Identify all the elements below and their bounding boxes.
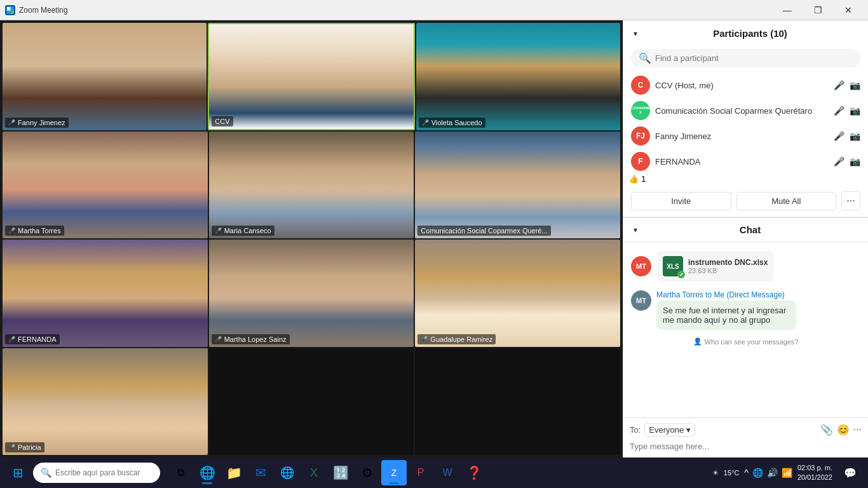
mic-muted-icon: 🎤 [8,336,15,342]
participant-search-bar[interactable]: 🔍 [631,49,860,67]
zoom-icon[interactable]: Z [381,460,407,485]
video-cell-fanny[interactable]: 🎤 Fanny Jimenez [3,23,207,130]
participant-controls-ccv: 🎤 📷 [834,80,860,90]
file-check-icon: ✓ [677,271,685,278]
maximize-button[interactable]: ❐ [803,0,832,20]
mic-muted-icon: 🎤 [215,227,222,234]
more-options-button[interactable]: ··· [841,191,860,210]
video-cell-fernanda[interactable]: 🎤 FERNANDA [3,240,208,347]
taskbar-search-box[interactable]: 🔍 [33,463,160,483]
video-cell-empty-1 [209,348,414,456]
expand-icon[interactable]: ^ [744,468,749,478]
video-cell-comunicacion[interactable]: Comunicación Social Coparmex Queré... [415,132,620,239]
thumbs-up-badge: 👍 1 [623,174,868,187]
participant-avatar-fanny: FJ [631,126,650,146]
camera-on-icon: 📷 [850,105,860,116]
chat-to-selector[interactable]: Everyone ▾ [644,423,695,437]
file-name: instrumento DNC.xlsx [688,258,768,267]
word-icon[interactable]: W [435,460,460,485]
participant-label-violeta: 🎤 Violeta Saucedo [419,118,485,128]
participants-header: ▾ Participants (10) [623,20,868,46]
edge-icon[interactable]: 🌐 [194,460,220,485]
participants-section: ▾ Participants (10) 🔍 C CCV (Host, me) 🎤… [623,20,868,217]
taskbar-search-input[interactable] [55,468,144,477]
dm-sender-line: Martha Torres to Me (Direct Message) [656,290,860,299]
notification-center-button[interactable]: 💬 [837,460,863,485]
video-cell-guadalupe[interactable]: 🎤 Guadalupe Ramirez [415,240,620,347]
video-cell-mlopez[interactable]: 🎤 Martha Lopez Sainz [209,240,414,347]
participant-controls-fernanda: 🎤 📷 [834,156,860,166]
chat-input[interactable] [630,440,862,452]
video-cell-maria[interactable]: 🎤 Maria Canseco [209,132,414,239]
mute-all-button[interactable]: Mute All [736,192,837,210]
close-button[interactable]: ✕ [834,0,863,20]
chat-section: ▾ Chat MT XLS ✓ instrumento DNC. [623,217,868,458]
search-icon: 🔍 [639,52,651,64]
mic-muted-icon: 🎤 [215,336,222,342]
taskbar-apps: ⧉ 🌐 📁 ✉ 🌐 X 🔢 ⚙ Z P W ❓ [168,460,487,485]
participant-name-coparmex: Comunicación Social Coparmex Querétaro [655,106,829,116]
mic-muted-icon: 🎤 [422,119,429,126]
taskbar: ⊞ 🔍 ⧉ 🌐 📁 ✉ 🌐 X 🔢 ⚙ Z P W ❓ ☀ 15°C ^ 🌐 🔊… [0,458,868,488]
excel-icon[interactable]: X [301,460,327,485]
participant-action-buttons: Invite Mute All ··· [623,187,868,217]
chat-chevron-icon[interactable]: ▾ [634,226,637,234]
participant-label-guadalupe: 🎤 Guadalupe Ramirez [417,334,496,344]
chrome-icon[interactable]: 🌐 [275,460,300,485]
windows-logo-icon: ⊞ [13,465,24,480]
invite-button[interactable]: Invite [631,192,731,210]
more-options-icon[interactable]: ··· [853,424,862,436]
mic-muted-icon: 🎤 [834,156,844,166]
calculator-icon[interactable]: 🔢 [328,460,353,485]
participant-name-fernanda: FERNANDA [655,157,829,166]
help-icon[interactable]: ❓ [461,460,487,485]
participant-item-fernanda[interactable]: F FERNANDA 🎤 📷 [626,149,865,174]
participant-item-ccv[interactable]: C CCV (Host, me) 🎤 📷 [626,72,865,98]
participant-item-fanny[interactable]: FJ Fanny Jimenez 🎤 📷 [626,123,865,149]
file-size: 23.63 KB [688,267,768,274]
participant-name-fanny: Fanny Jimenez [655,132,829,141]
file-info[interactable]: XLS ✓ instrumento DNC.xlsx 23.63 KB [656,251,774,281]
participant-search-input[interactable] [655,53,853,63]
powerpoint-icon[interactable]: P [408,460,433,485]
video-cell-martha[interactable]: 🎤 Martha Torres [3,132,208,239]
video-row-2: 🎤 Martha Torres 🎤 Maria Canseco Comunica… [3,132,620,239]
mic-on-icon: 🎤 [834,105,844,116]
chevron-down-icon[interactable]: ▾ [634,29,637,38]
network-icon[interactable]: 🌐 [752,468,763,478]
participant-avatar-coparmex: COPARME X [631,101,650,120]
excel-file-icon: XLS ✓ [663,256,683,276]
participant-item-coparmex[interactable]: COPARME X Comunicación Social Coparmex Q… [626,98,865,123]
weather-icon: ☀ [712,469,719,477]
video-cell-patricia[interactable]: 🎤 Patricia [3,348,208,456]
minimize-button[interactable]: — [773,0,802,20]
video-cell-ccv[interactable]: CCV [208,23,414,130]
file-attachment-icon[interactable]: 📎 [820,424,833,436]
thumbs-up-icon: 👍 [628,174,639,184]
volume-icon[interactable]: 🔊 [767,468,778,478]
chat-dm-message: MT Martha Torres to Me (Direct Message) … [631,290,860,330]
mail-icon[interactable]: ✉ [248,460,273,485]
participant-label-martha: 🎤 Martha Torres [5,226,64,236]
file-details: instrumento DNC.xlsx 23.63 KB [688,258,768,274]
participant-controls-coparmex: 🎤 📷 [834,105,860,116]
video-row-1: 🎤 Fanny Jimenez CCV 🎤 Violeta Saucedo [3,23,620,130]
clock-display[interactable]: 02:03 p. m. 20/01/2022 [797,463,832,483]
video-cell-violeta[interactable]: 🎤 Violeta Saucedo [416,23,620,130]
title-bar-left: Zoom Meeting [5,5,68,15]
participant-label-mlopez: 🎤 Martha Lopez Sainz [212,334,290,344]
main-container: 🎤 Fanny Jimenez CCV 🎤 Violeta Saucedo [0,20,868,458]
participant-label-comunicacion: Comunicación Social Coparmex Queré... [417,226,550,236]
participant-label-fanny: 🎤 Fanny Jimenez [5,118,69,128]
wifi-icon[interactable]: 📶 [782,468,792,478]
settings-icon[interactable]: ⚙ [355,460,380,485]
files-icon[interactable]: 📁 [221,460,247,485]
chat-to-label: To: [630,425,641,435]
task-view-button[interactable]: ⧉ [168,460,193,485]
participant-list: C CCV (Host, me) 🎤 📷 COPARME X Comunicac… [623,72,868,174]
file-sender-avatar: MT [631,256,651,276]
mic-muted-icon: 🎤 [834,131,844,141]
emoji-icon[interactable]: 😊 [837,424,850,436]
start-button[interactable]: ⊞ [5,460,31,485]
participant-avatar-fernanda: F [631,152,650,171]
